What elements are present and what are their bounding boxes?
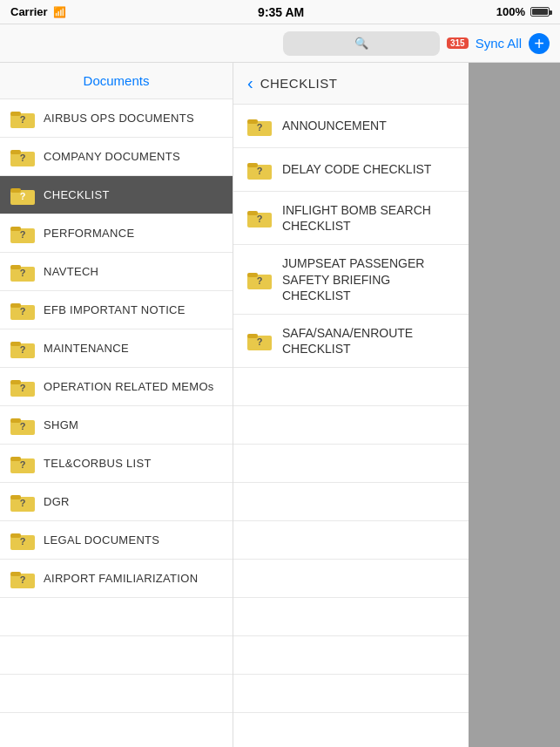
folder-icon: ? xyxy=(247,270,272,289)
sidebar-item-label: DGR xyxy=(44,495,70,508)
svg-text:?: ? xyxy=(20,229,26,240)
carrier-label: Carrier xyxy=(10,5,48,18)
svg-text:?: ? xyxy=(20,498,26,508)
folder-icon: ? xyxy=(10,569,35,588)
svg-text:?: ? xyxy=(257,166,263,176)
battery-icon xyxy=(530,7,550,17)
sidebar-item-label: AIRPORT FAMILIARIZATION xyxy=(44,572,198,585)
folder-icon: ? xyxy=(10,186,35,205)
sidebar-item-label: PERFORMANCE xyxy=(44,227,134,240)
empty-row xyxy=(0,675,233,713)
svg-text:?: ? xyxy=(20,153,26,163)
folder-icon: ? xyxy=(10,301,35,320)
folder-icon: ? xyxy=(247,160,272,180)
sync-all-button[interactable]: Sync All xyxy=(476,36,522,51)
right-panel-header: ‹ CHECKLIST xyxy=(233,63,469,105)
empty-row xyxy=(233,483,469,521)
folder-icon: ? xyxy=(10,224,35,243)
right-item-label: JUMPSEAT PASSENGER SAFETY BRIEFING CHECK… xyxy=(282,255,455,303)
wifi-icon: 📶 xyxy=(53,6,66,18)
sidebar-item-label: TEL&CORBUS LIST xyxy=(44,457,152,470)
sidebar-item-label: SHGM xyxy=(44,418,78,431)
sidebar-item-airbus[interactable]: ? AIRBUS OPS DOCUMENTS xyxy=(0,99,233,138)
right-panel-title: CHECKLIST xyxy=(260,76,338,91)
right-item-label: DELAY CODE CHECKLIST xyxy=(282,161,431,177)
status-left: Carrier 📶 xyxy=(10,5,66,18)
svg-text:?: ? xyxy=(257,214,263,224)
search-icon: 🔍 xyxy=(354,37,368,50)
empty-row xyxy=(233,521,469,560)
status-right: 100% xyxy=(496,5,550,18)
status-bar: Carrier 📶 9:35 AM 100% xyxy=(0,0,560,24)
sidebar-item-efb[interactable]: ? EFB IMPORTANT NOTICE xyxy=(0,291,233,329)
right-panel: ‹ CHECKLIST ? ANNOUNCEMENT ? DELAY CODE … xyxy=(233,63,469,747)
sidebar-item-label: EFB IMPORTANT NOTICE xyxy=(44,303,186,316)
svg-text:?: ? xyxy=(20,268,26,278)
right-item-label: SAFA/SANA/ENROUTE CHECKLIST xyxy=(282,325,455,357)
sidebar-item-checklist[interactable]: ? CHECKLIST xyxy=(0,176,233,214)
svg-text:?: ? xyxy=(20,459,26,470)
detail-panel xyxy=(469,63,560,747)
folder-icon: ? xyxy=(247,208,272,227)
right-item-label: ANNOUNCEMENT xyxy=(282,118,387,133)
add-button[interactable]: + xyxy=(529,33,550,54)
empty-row xyxy=(0,636,233,675)
svg-text:?: ? xyxy=(20,114,26,125)
sidebar-item-company[interactable]: ? COMPANY DOCUMENTS xyxy=(0,138,233,176)
left-panel-header: Documents xyxy=(0,63,233,99)
empty-row xyxy=(0,598,233,636)
folder-icon: ? xyxy=(10,339,35,358)
sidebar-item-label: AIRBUS OPS DOCUMENTS xyxy=(44,112,194,125)
folder-icon: ? xyxy=(10,492,35,512)
svg-text:?: ? xyxy=(257,122,263,132)
sidebar-item-label: MAINTENANCE xyxy=(44,342,129,355)
svg-text:?: ? xyxy=(20,574,26,585)
svg-text:?: ? xyxy=(20,536,26,547)
right-item-announcement[interactable]: ? ANNOUNCEMENT xyxy=(233,105,469,148)
sidebar-item-performance[interactable]: ? PERFORMANCE xyxy=(0,214,233,253)
sidebar-item-navtech[interactable]: ? NAVTECH xyxy=(0,253,233,291)
empty-row xyxy=(233,636,469,675)
right-item-safa[interactable]: ? SAFA/SANA/ENROUTE CHECKLIST xyxy=(233,315,469,368)
folder-icon: ? xyxy=(10,262,35,282)
folder-icon: ? xyxy=(247,331,272,350)
main-content: Documents ? AIRBUS OPS DOCUMENTS ? COMPA… xyxy=(0,63,560,747)
empty-row xyxy=(233,560,469,598)
right-item-label: INFLIGHT BOMB SEARCH CHECKLIST xyxy=(282,202,455,234)
svg-text:?: ? xyxy=(257,336,263,347)
search-bar[interactable]: 🔍 xyxy=(283,31,440,56)
right-list: ? ANNOUNCEMENT ? DELAY CODE CHECKLIST ? … xyxy=(233,105,469,368)
clock: 9:35 AM xyxy=(258,5,304,19)
empty-row xyxy=(0,713,233,747)
sidebar-item-maintenance[interactable]: ? MAINTENANCE xyxy=(0,329,233,368)
right-item-jumpseat[interactable]: ? JUMPSEAT PASSENGER SAFETY BRIEFING CHE… xyxy=(233,245,469,315)
sidebar-item-label: CHECKLIST xyxy=(44,188,110,201)
empty-row xyxy=(233,445,469,483)
sidebar-item-tel[interactable]: ? TEL&CORBUS LIST xyxy=(0,445,233,483)
svg-text:?: ? xyxy=(20,383,26,393)
sidebar-item-label: COMPANY DOCUMENTS xyxy=(44,150,180,163)
toolbar: 🔍 315 Sync All + xyxy=(0,24,560,63)
left-panel: Documents ? AIRBUS OPS DOCUMENTS ? COMPA… xyxy=(0,63,233,747)
sidebar-item-airport[interactable]: ? AIRPORT FAMILIARIZATION xyxy=(0,560,233,598)
right-item-inflight[interactable]: ? INFLIGHT BOMB SEARCH CHECKLIST xyxy=(233,192,469,245)
sidebar-item-shgm[interactable]: ? SHGM xyxy=(0,406,233,445)
sidebar-item-label: LEGAL DOCUMENTS xyxy=(44,533,159,547)
folder-icon: ? xyxy=(10,377,35,397)
sidebar-item-legal[interactable]: ? LEGAL DOCUMENTS xyxy=(0,521,233,560)
right-item-delay[interactable]: ? DELAY CODE CHECKLIST xyxy=(233,148,469,192)
folder-icon: ? xyxy=(247,117,272,136)
sidebar-item-dgr[interactable]: ? DGR xyxy=(0,483,233,521)
battery-percent: 100% xyxy=(496,5,525,18)
sidebar-item-operation[interactable]: ? OPERATION RELATED MEMOs xyxy=(0,368,233,406)
svg-text:?: ? xyxy=(257,275,263,286)
sidebar-item-label: OPERATION RELATED MEMOs xyxy=(44,380,214,393)
svg-text:?: ? xyxy=(20,306,26,316)
svg-text:?: ? xyxy=(20,191,26,201)
empty-row xyxy=(233,598,469,636)
folder-icon: ? xyxy=(10,454,35,473)
folder-icon: ? xyxy=(10,109,35,128)
empty-row xyxy=(233,675,469,713)
sync-badge: 315 xyxy=(447,37,469,49)
back-button[interactable]: ‹ xyxy=(247,73,253,93)
